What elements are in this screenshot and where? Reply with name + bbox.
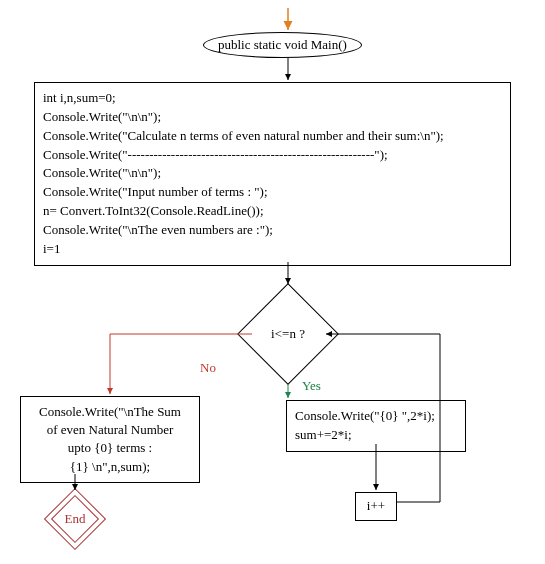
init-line-8: i=1 (43, 240, 502, 259)
init-line-4: Console.Write("\n\n"); (43, 164, 502, 183)
result-block: Console.Write("\nThe Sum of even Natural… (20, 396, 200, 483)
increment-label: i++ (367, 498, 385, 513)
init-line-6: n= Convert.ToInt32(Console.ReadLine()); (43, 202, 502, 221)
result-line-3: {1} \n",n,sum); (29, 458, 191, 476)
result-line-0: Console.Write("\nThe Sum (29, 403, 191, 421)
loop-body-block: Console.Write("{0} ",2*i); sum+=2*i; (286, 400, 466, 452)
init-line-5: Console.Write("Input number of terms : "… (43, 183, 502, 202)
init-block: int i,n,sum=0; Console.Write("\n\n"); Co… (34, 82, 511, 266)
start-node: public static void Main() (203, 32, 362, 58)
init-line-1: Console.Write("\n\n"); (43, 108, 502, 127)
result-line-2: upto {0} terms : (29, 439, 191, 457)
init-line-2: Console.Write("Calculate n terms of even… (43, 127, 502, 146)
edge-no-label: No (200, 360, 216, 376)
arrow-cond-no (110, 334, 252, 394)
init-line-7: Console.Write("\nThe even numbers are :"… (43, 221, 502, 240)
edge-yes-label: Yes (302, 378, 321, 394)
loop-body-line-0: Console.Write("{0} ",2*i); (295, 407, 457, 426)
loop-body-line-1: sum+=2*i; (295, 426, 457, 445)
result-line-1: of even Natural Number (29, 421, 191, 439)
increment-block: i++ (355, 492, 397, 521)
condition-node: i<=n ? (252, 298, 324, 370)
end-label: End (65, 511, 86, 527)
condition-label: i<=n ? (271, 326, 305, 342)
end-node: End (53, 497, 97, 541)
init-line-3: Console.Write("-------------------------… (43, 146, 502, 165)
init-line-0: int i,n,sum=0; (43, 89, 502, 108)
start-label: public static void Main() (203, 32, 362, 58)
